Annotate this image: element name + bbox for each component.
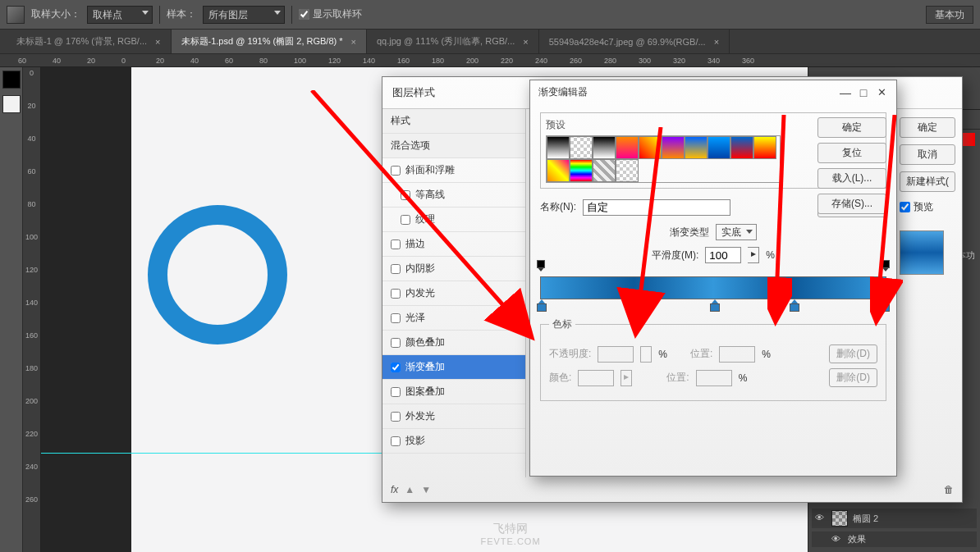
minimize-icon[interactable]: — bbox=[839, 86, 852, 99]
svg-line-2 bbox=[776, 115, 784, 318]
fx-icon[interactable]: fx bbox=[391, 484, 398, 495]
name-label: 名称(N): bbox=[540, 200, 576, 214]
pos-label-2: 位置: bbox=[666, 371, 689, 385]
close-icon[interactable]: × bbox=[714, 37, 719, 47]
close-icon[interactable]: × bbox=[523, 37, 528, 47]
close-icon[interactable]: × bbox=[155, 37, 160, 47]
swatch-white[interactable] bbox=[2, 95, 21, 113]
arrow-up-icon[interactable]: ▲ bbox=[405, 484, 414, 495]
left-panel-dock bbox=[0, 67, 23, 552]
ok-button[interactable]: 确定 bbox=[900, 117, 955, 138]
watermark: 飞特网 FEVTE.COM bbox=[480, 521, 540, 547]
fx-drop-shadow[interactable]: 投影 bbox=[382, 429, 525, 454]
close-icon[interactable]: × bbox=[351, 37, 356, 47]
new-style-button[interactable]: 新建样式( bbox=[900, 171, 955, 192]
sample-select[interactable]: 所有图层 bbox=[203, 6, 285, 24]
trash-icon[interactable]: 🗑 bbox=[944, 484, 954, 495]
close-icon[interactable]: ✕ bbox=[875, 86, 888, 98]
opacity-label: 不透明度: bbox=[549, 347, 591, 361]
gradient-type-label: 渐变类型 bbox=[670, 226, 709, 240]
svg-line-3 bbox=[877, 115, 895, 318]
preview-checkbox[interactable]: 预览 bbox=[900, 200, 955, 214]
sample-size-dropdown[interactable]: 取样点 bbox=[87, 6, 153, 24]
doc-tab-3[interactable]: 55949a428e4c7.jpeg @ 69.9%(RGB/...× bbox=[539, 30, 730, 53]
gradient-editor-title: 渐变编辑器 bbox=[538, 85, 834, 99]
svg-line-1 bbox=[636, 127, 661, 331]
position-input-2 bbox=[696, 370, 732, 386]
arrow-down-icon[interactable]: ▼ bbox=[421, 484, 431, 495]
pos-label-1: 位置: bbox=[690, 347, 712, 361]
eyedropper-tool-icon[interactable] bbox=[7, 6, 25, 24]
delete-opacity-stop: 删除(D) bbox=[829, 344, 877, 363]
horizontal-ruler: 6040200204060801001201401601802002202402… bbox=[0, 54, 980, 67]
fx-label: 效果 bbox=[848, 533, 866, 545]
layer-thumbnail bbox=[831, 510, 848, 527]
basics-button[interactable]: 基本功 bbox=[926, 6, 973, 24]
ellipse-shape bbox=[148, 205, 287, 344]
fx-gradient-overlay[interactable]: 渐变叠加 bbox=[382, 355, 525, 380]
vertical-ruler: 020406080100120140160180200220240260 bbox=[23, 67, 41, 552]
layer-item-ellipse[interactable]: 👁 椭圆 2 bbox=[812, 509, 977, 528]
annotation-arrow-1 bbox=[304, 90, 542, 344]
swatch-black[interactable] bbox=[2, 71, 21, 89]
preview-swatch bbox=[900, 230, 944, 275]
layer-name: 椭圆 2 bbox=[853, 513, 878, 525]
delete-color-stop: 删除(D) bbox=[829, 368, 877, 387]
color-stop-2[interactable] bbox=[710, 299, 720, 311]
fx-outer-glow[interactable]: 外发光 bbox=[382, 404, 525, 429]
opacity-input bbox=[598, 346, 634, 363]
cancel-button[interactable]: 取消 bbox=[900, 144, 955, 165]
doc-tab-1[interactable]: 未标题-1.psd @ 191% (椭圆 2, RGB/8) *× bbox=[172, 30, 367, 53]
doc-tab-2[interactable]: qq.jpg @ 111% (秀川临摹, RGB/...× bbox=[367, 30, 539, 53]
gradient-type-select[interactable]: 实底 bbox=[716, 224, 757, 240]
gradient-editor-dialog[interactable]: 渐变编辑器 — □ ✕ 预设 ⚙ bbox=[529, 80, 897, 477]
sample-label: 样本： bbox=[167, 7, 196, 21]
position-input-1 bbox=[719, 346, 755, 363]
visibility-icon[interactable]: 👁 bbox=[831, 534, 843, 545]
annotation-arrow-3 bbox=[767, 115, 792, 328]
sample-size-label: 取样大小： bbox=[31, 7, 80, 21]
color-label: 颜色: bbox=[549, 371, 571, 385]
fx-pattern-overlay[interactable]: 图案叠加 bbox=[382, 380, 525, 404]
options-bar: 取样大小： 取样点 样本： 所有图层 显示取样环 基本功 bbox=[0, 0, 980, 30]
gradient-bar[interactable] bbox=[540, 276, 886, 299]
annotation-arrow-4 bbox=[870, 115, 903, 328]
annotation-arrow-2 bbox=[603, 127, 669, 340]
presets-label: 预设 bbox=[546, 118, 566, 132]
smoothness-input[interactable] bbox=[705, 247, 741, 263]
show-ring-checkbox[interactable]: 显示取样环 bbox=[299, 7, 362, 21]
stops-legend: 色标 bbox=[549, 317, 575, 331]
layer-fx-row[interactable]: 👁 效果 bbox=[812, 531, 977, 547]
maximize-icon[interactable]: □ bbox=[857, 86, 870, 99]
document-tabs: 未标题-1 @ 176% (背景, RGB/...× 未标题-1.psd @ 1… bbox=[0, 30, 980, 54]
visibility-icon[interactable]: 👁 bbox=[815, 513, 827, 524]
svg-line-0 bbox=[312, 90, 529, 335]
doc-tab-0[interactable]: 未标题-1 @ 176% (背景, RGB/...× bbox=[7, 30, 172, 53]
